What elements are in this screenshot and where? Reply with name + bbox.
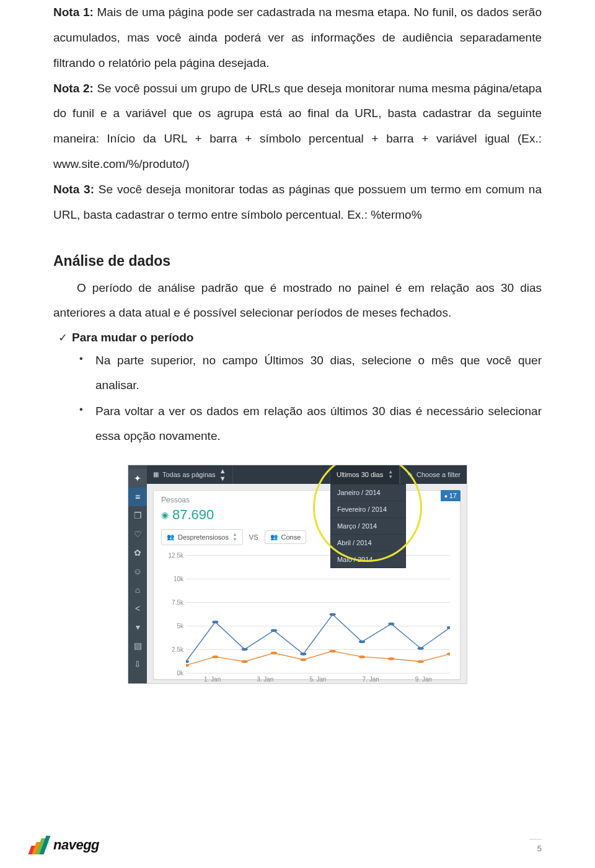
check-icon: ✓ bbox=[53, 331, 72, 344]
pessoas-label: Pessoas bbox=[161, 496, 452, 504]
vs-text: VS bbox=[249, 533, 258, 541]
x-tick-label: 3. Jan bbox=[239, 676, 291, 683]
x-tick-label: 9. Jan bbox=[397, 676, 450, 683]
filter-button[interactable]: ＋ Choose a filter bbox=[400, 465, 467, 484]
nota2-label: Nota 2: bbox=[53, 82, 94, 95]
pages-selector[interactable]: ▦ Todas as páginas ▲▼ bbox=[147, 465, 233, 484]
page-footer: navegg 5 bbox=[0, 820, 595, 857]
x-tick-label: 7. Jan bbox=[345, 676, 397, 683]
nota3-paragraph: Nota 3: Se você deseja monitorar todas a… bbox=[53, 177, 542, 228]
y-tick-label: 7.5k bbox=[159, 598, 186, 605]
section-body-1: O período de análise padrão que é mostra… bbox=[53, 276, 542, 327]
sidebar-tag-icon[interactable]: ⌂ bbox=[128, 581, 147, 599]
sidebar-cube-icon[interactable]: ❒ bbox=[128, 506, 147, 525]
bullet1-prefix: Na parte superior, no campo bbox=[95, 354, 265, 367]
svg-point-6 bbox=[359, 640, 365, 643]
svg-point-4 bbox=[300, 652, 306, 655]
sort-icon: ▲▼ bbox=[232, 532, 237, 542]
nota2-text: Se você possui um grupo de URLs que dese… bbox=[53, 82, 542, 171]
period-option[interactable]: Março / 2014 bbox=[331, 517, 405, 534]
x-tick-label: 1. Jan bbox=[186, 676, 239, 683]
y-tick-label: 0k bbox=[159, 669, 186, 676]
filter-label: Choose a filter bbox=[416, 471, 461, 478]
nota2-paragraph: Nota 2: Se você possui um grupo de URLs … bbox=[53, 76, 542, 177]
svg-point-0 bbox=[186, 660, 189, 663]
compare-row: 👥 Despretensiosos ▲▼ VS 👥 Conse bbox=[161, 529, 452, 545]
pages-icon: ▦ bbox=[153, 471, 159, 478]
nota3-text: Se você deseja monitorar todas as página… bbox=[53, 183, 542, 221]
nota1-paragraph: Nota 1: Mais de uma página pode ser cada… bbox=[53, 0, 542, 76]
period-selector[interactable]: Ultimos 30 dias ▲▼ bbox=[330, 465, 400, 484]
y-tick-label: 2.5k bbox=[159, 646, 186, 652]
sidebar-chart-icon[interactable]: ≡ bbox=[128, 488, 147, 506]
footer-divider bbox=[529, 839, 542, 840]
svg-point-15 bbox=[330, 650, 336, 653]
sidebar-heart-icon[interactable]: ♡ bbox=[128, 525, 147, 543]
people-icon: 👥 bbox=[167, 533, 174, 540]
pages-sort-icon: ▲▼ bbox=[219, 467, 226, 482]
period-sort-icon: ▲▼ bbox=[388, 470, 393, 480]
y-tick-label: 10k bbox=[159, 575, 186, 582]
y-tick-label: 12.5k bbox=[159, 551, 186, 558]
compare-right[interactable]: 👥 Conse bbox=[265, 530, 307, 544]
bullet1-bold: Últimos 30 dias bbox=[265, 354, 352, 367]
checklist-item: ✓ Para mudar o período bbox=[53, 331, 542, 344]
svg-point-12 bbox=[242, 660, 248, 663]
brand-mark-icon bbox=[30, 836, 48, 854]
period-label: Ultimos 30 dias bbox=[337, 471, 383, 478]
plus-icon: ＋ bbox=[407, 470, 413, 479]
svg-point-2 bbox=[242, 648, 248, 651]
brand-logo: navegg bbox=[30, 836, 99, 854]
period-dropdown: Janeiro / 2014Fevereiro / 2014Março / 20… bbox=[330, 484, 406, 568]
pessoas-card: 17 Pessoas ◉ 87.690 👥 Despretensiosos ▲▼… bbox=[153, 490, 461, 680]
period-option[interactable]: Fevereiro / 2014 bbox=[331, 501, 405, 517]
main-area: 17 Pessoas ◉ 87.690 👥 Despretensiosos ▲▼… bbox=[147, 484, 467, 683]
svg-point-17 bbox=[388, 657, 394, 660]
pages-label: Todas as páginas bbox=[162, 471, 216, 478]
sidebar: ✦ ≡ ❒ ♡ ✿ ☺ ⌂ < ▾ ▤ ⇩ bbox=[128, 465, 147, 683]
topbar: ▦ Todas as páginas ▲▼ Ultimos 30 dias ▲▼… bbox=[147, 465, 467, 484]
embedded-dashboard: ✦ ≡ ❒ ♡ ✿ ☺ ⌂ < ▾ ▤ ⇩ ▦ Todas as páginas… bbox=[128, 465, 467, 684]
sidebar-download-icon[interactable]: ⇩ bbox=[128, 655, 147, 673]
sidebar-share-icon[interactable]: < bbox=[128, 599, 147, 618]
svg-point-16 bbox=[359, 655, 365, 659]
sidebar-user-icon[interactable]: ☺ bbox=[128, 562, 147, 581]
bullet-item-1: Na parte superior, no campo Últimos 30 d… bbox=[79, 348, 542, 398]
svg-point-9 bbox=[447, 626, 450, 629]
badge: 17 bbox=[441, 490, 461, 501]
bullet-list: Na parte superior, no campo Últimos 30 d… bbox=[53, 348, 542, 449]
sidebar-gear-icon[interactable]: ✿ bbox=[128, 543, 147, 562]
period-option[interactable]: Abril / 2014 bbox=[331, 534, 405, 551]
svg-point-13 bbox=[271, 652, 277, 655]
checklist-label: Para mudar o período bbox=[72, 331, 193, 344]
svg-point-18 bbox=[418, 660, 424, 663]
period-option[interactable]: Janeiro / 2014 bbox=[331, 484, 405, 501]
x-tick-label: 5. Jan bbox=[291, 676, 344, 683]
section-title: Análise de dados bbox=[53, 253, 542, 270]
svg-point-11 bbox=[212, 655, 218, 659]
line-chart: 12.5k10k7.5k5k2.5k0k 1. Jan3. Jan5. Jan7… bbox=[186, 555, 450, 673]
people-icon: 👥 bbox=[270, 533, 278, 540]
pessoas-value: ◉ 87.690 bbox=[161, 507, 452, 523]
compare-left-label: Despretensiosos bbox=[178, 533, 229, 541]
bullet-item-2: Para voltar a ver os dados em relação ao… bbox=[79, 399, 542, 449]
svg-point-7 bbox=[388, 623, 394, 626]
target-icon: ◉ bbox=[161, 510, 169, 520]
nota1-text: Mais de uma página pode ser cadastrada n… bbox=[53, 6, 542, 69]
page-number: 5 bbox=[537, 844, 542, 853]
sidebar-calendar-icon[interactable]: ▤ bbox=[128, 636, 147, 655]
nota3-label: Nota 3: bbox=[53, 183, 94, 196]
pessoas-number: 87.690 bbox=[172, 507, 214, 523]
sidebar-filter-icon[interactable]: ▾ bbox=[128, 618, 147, 636]
svg-point-14 bbox=[300, 658, 306, 661]
period-option[interactable]: Maio / 2014 bbox=[331, 551, 405, 568]
nota1-label: Nota 1: bbox=[53, 6, 94, 19]
logo-icon[interactable]: ✦ bbox=[128, 469, 147, 488]
svg-point-8 bbox=[418, 647, 424, 650]
brand-text: navegg bbox=[53, 837, 99, 853]
compare-left[interactable]: 👥 Despretensiosos ▲▼ bbox=[161, 529, 243, 545]
svg-point-3 bbox=[271, 629, 277, 632]
svg-point-5 bbox=[330, 613, 336, 616]
svg-point-1 bbox=[212, 620, 218, 623]
compare-right-label: Conse bbox=[281, 533, 301, 541]
